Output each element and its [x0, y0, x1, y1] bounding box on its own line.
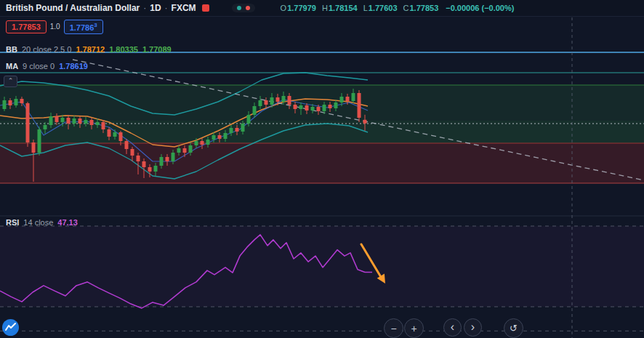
- change-value: −0.00006 (−0.00%): [446, 4, 514, 12]
- bb-name: BB: [6, 45, 17, 54]
- rsi-value: 47.13: [57, 218, 78, 227]
- buy-price-main: 1.7786: [70, 23, 94, 32]
- rsi-params: 14 close: [23, 218, 53, 227]
- high-value: 1.78154: [329, 4, 358, 12]
- spread-value: 1.0: [50, 23, 60, 31]
- symbol-title[interactable]: British Pound / Australian Dollar: [6, 3, 140, 13]
- logo-squiggle-icon: [2, 319, 19, 336]
- buy-price-button[interactable]: 1.77863: [64, 20, 103, 34]
- bb-upper-value: 1.80335: [109, 45, 138, 54]
- ma-value: 1.78619: [59, 62, 88, 71]
- interval-selector[interactable]: 1D: [150, 3, 161, 13]
- sell-price-button[interactable]: 1.77853: [6, 20, 47, 33]
- scroll-left-button[interactable]: ‹: [443, 318, 462, 337]
- low-value: 1.77603: [369, 4, 398, 12]
- rsi-name: RSI: [6, 218, 19, 227]
- close-label: C: [403, 4, 409, 12]
- tradingview-logo[interactable]: [2, 319, 19, 336]
- chart-header: British Pound / Australian Dollar · 1D ·…: [0, 0, 644, 17]
- low-label: L: [363, 4, 368, 12]
- high-label: H: [322, 4, 328, 12]
- market-status-toggle[interactable]: [232, 4, 255, 12]
- indicator-legend-ma[interactable]: MA 9 close 0 1.78619: [6, 62, 88, 71]
- bb-params: 20 close 2.5 0: [22, 45, 72, 54]
- close-value: 1.77853: [409, 4, 438, 12]
- zoom-out-button[interactable]: −: [384, 318, 403, 338]
- ohlc-readout: O 1.77979 H 1.78154 L 1.77603 C 1.77853 …: [281, 4, 515, 12]
- scroll-right-button[interactable]: ›: [464, 318, 482, 337]
- indicator-legend-bb[interactable]: BB 20 close 2.5 0 1.78712 1.80335 1.7708…: [6, 45, 172, 54]
- buy-sell-widget: 1.77853 1.0 1.77863: [6, 20, 103, 34]
- open-label: O: [281, 4, 287, 12]
- reset-chart-button[interactable]: ↺: [504, 318, 523, 338]
- buy-price-sup: 3: [94, 22, 97, 28]
- indicator-legend-rsi[interactable]: RSI 14 close 47.13: [6, 218, 78, 227]
- ma-name: MA: [6, 62, 18, 71]
- fxcm-logo-icon: [202, 4, 209, 12]
- chevron-up-icon[interactable]: ⌃: [4, 76, 17, 87]
- status-dot-teal-icon: [237, 6, 241, 10]
- bb-basis-value: 1.78712: [76, 45, 105, 54]
- separator-dot: ·: [143, 3, 146, 13]
- zoom-in-button[interactable]: +: [404, 318, 424, 338]
- ma-params: 9 close 0: [23, 62, 55, 71]
- status-dot-red-icon: [246, 6, 250, 10]
- bb-lower-value: 1.77089: [142, 45, 172, 54]
- open-value: 1.77979: [287, 4, 316, 12]
- separator-dot: ·: [165, 3, 168, 13]
- trading-chart-app: British Pound / Australian Dollar · 1D ·…: [0, 0, 644, 338]
- exchange-name: FXCM: [172, 3, 196, 13]
